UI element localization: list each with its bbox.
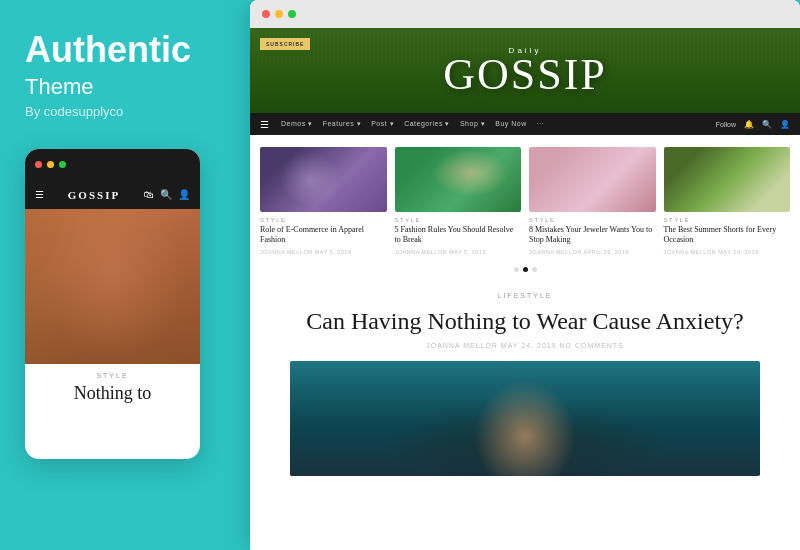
- nav-right: Follow 🔔 🔍 👤: [716, 120, 790, 129]
- feature-image: [290, 361, 760, 476]
- browser-dot-green: [288, 10, 296, 18]
- article-meta-2: JOANNA MELLOR MAY 5, 2019: [395, 249, 522, 255]
- mobile-menu-icon: ☰: [35, 189, 44, 200]
- browser-dot-yellow: [275, 10, 283, 18]
- article-style-1: STYLE: [260, 217, 387, 223]
- article-grid: STYLE Role of E-Commerce in Apparel Fash…: [250, 135, 800, 263]
- mobile-dot-green: [59, 161, 66, 168]
- article-card-4: STYLE The Best Summer Shorts for Every O…: [664, 147, 791, 255]
- mobile-content: STYLE Nothing to: [25, 364, 200, 413]
- nav-items: Demos ▾ Features ▾ Post ▾ Categories ▾ S…: [281, 120, 704, 128]
- article-image-2: [395, 147, 522, 212]
- mobile-bag-icon: 🛍: [144, 189, 154, 200]
- pagination-dot-2[interactable]: [523, 267, 528, 272]
- article-meta-4: JOANNA MELLOR MAY 10, 2019: [664, 249, 791, 255]
- feature-figure: [465, 376, 585, 476]
- brand-title: Authentic: [25, 30, 225, 70]
- article-title-3[interactable]: 8 Mistakes Your Jeweler Wants You to Sto…: [529, 225, 656, 246]
- feature-label: LIFESTYLE: [290, 292, 760, 299]
- site-nav: ☰ Demos ▾ Features ▾ Post ▾ Categories ▾…: [250, 113, 800, 135]
- mobile-logo: GOSSIP: [68, 189, 120, 201]
- article-card-3: STYLE 8 Mistakes Your Jeweler Wants You …: [529, 147, 656, 255]
- article-style-4: STYLE: [664, 217, 791, 223]
- site-header: SUBSCRIBE Daily GOSSIP: [250, 28, 800, 113]
- article-style-2: STYLE: [395, 217, 522, 223]
- article-image-3: [529, 147, 656, 212]
- article-title-1[interactable]: Role of E-Commerce in Apparel Fashion: [260, 225, 387, 246]
- mobile-search-icon: 🔍: [160, 189, 172, 200]
- nav-user-icon[interactable]: 👤: [780, 120, 790, 129]
- pagination-dot-3[interactable]: [532, 267, 537, 272]
- article-card-2: STYLE 5 Fashion Rules You Should Resolve…: [395, 147, 522, 255]
- pagination-dots: [250, 263, 800, 276]
- feature-article: LIFESTYLE Can Having Nothing to Wear Cau…: [250, 276, 800, 476]
- mobile-article-title: Nothing to: [35, 383, 190, 405]
- mobile-dot-red: [35, 161, 42, 168]
- article-meta-1: JOANNA MELLOR MAY 5, 2019: [260, 249, 387, 255]
- mobile-dot-yellow: [47, 161, 54, 168]
- article-image-4: [664, 147, 791, 212]
- article-title-2[interactable]: 5 Fashion Rules You Should Resolve to Br…: [395, 225, 522, 246]
- feature-title[interactable]: Can Having Nothing to Wear Cause Anxiety…: [290, 307, 760, 336]
- brand-by: By codesupplyco: [25, 104, 225, 119]
- browser-mockup: SUBSCRIBE Daily GOSSIP ☰ Demos ▾ Feature…: [250, 0, 800, 550]
- mobile-hero-image: [25, 209, 200, 364]
- nav-item-features[interactable]: Features ▾: [323, 120, 362, 128]
- browser-dot-red: [262, 10, 270, 18]
- nav-item-categories[interactable]: Categories ▾: [404, 120, 450, 128]
- mobile-user-icon: 👤: [178, 189, 190, 200]
- subscribe-button[interactable]: SUBSCRIBE: [260, 38, 310, 50]
- mobile-top-bar: [25, 149, 200, 181]
- article-image-1: [260, 147, 387, 212]
- article-style-3: STYLE: [529, 217, 656, 223]
- article-meta-3: JOANNA MELLOR APRIL 29, 2019: [529, 249, 656, 255]
- site-logo: Daily GOSSIP: [443, 45, 607, 96]
- brand-subtitle: Theme: [25, 74, 225, 100]
- nav-item-more[interactable]: ···: [537, 120, 544, 128]
- nav-bell-icon[interactable]: 🔔: [744, 120, 754, 129]
- mobile-nav: ☰ GOSSIP 🛍 🔍 👤: [25, 181, 200, 209]
- site-logo-text: GOSSIP: [443, 52, 607, 96]
- pagination-dot-1[interactable]: [514, 267, 519, 272]
- article-title-4[interactable]: The Best Summer Shorts for Every Occasio…: [664, 225, 791, 246]
- mobile-face-overlay: [25, 209, 200, 364]
- browser-chrome: [250, 0, 800, 28]
- left-panel: Authentic Theme By codesupplyco ☰ GOSSIP…: [0, 0, 250, 550]
- nav-item-shop[interactable]: Shop ▾: [460, 120, 485, 128]
- feature-meta: JOANNA MELLOR MAY 24, 2019 NO COMMENTS: [290, 342, 760, 349]
- nav-item-demos[interactable]: Demos ▾: [281, 120, 313, 128]
- nav-search-icon[interactable]: 🔍: [762, 120, 772, 129]
- nav-item-post[interactable]: Post ▾: [371, 120, 394, 128]
- nav-menu-icon[interactable]: ☰: [260, 119, 269, 130]
- mobile-nav-icons: 🛍 🔍 👤: [144, 189, 190, 200]
- mobile-mockup: ☰ GOSSIP 🛍 🔍 👤 STYLE Nothing to: [25, 149, 200, 459]
- article-card-1: STYLE Role of E-Commerce in Apparel Fash…: [260, 147, 387, 255]
- nav-item-buynow[interactable]: Buy Now: [495, 120, 527, 128]
- nav-follow: Follow: [716, 121, 736, 128]
- mobile-style-label: STYLE: [35, 372, 190, 379]
